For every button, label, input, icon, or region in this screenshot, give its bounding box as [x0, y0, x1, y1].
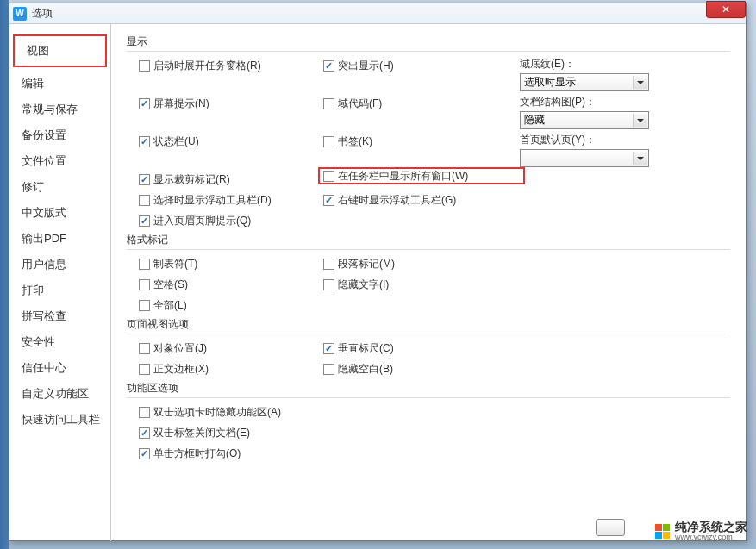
display-c2-0-checkbox[interactable]: [323, 60, 334, 72]
watermark-logo: [655, 524, 670, 539]
display-c1-4-checkbox[interactable]: [139, 195, 150, 206]
chevron-down-icon: [633, 152, 647, 165]
pageview-c1-1-checkbox[interactable]: [139, 364, 150, 375]
marks-c1-2-checkbox[interactable]: [139, 300, 150, 311]
marks-c1-2-label: 全部(L): [153, 298, 187, 313]
pageview-c2-0-label: 垂直标尺(C): [338, 341, 394, 356]
sidebar-item-8[interactable]: 用户信息: [9, 252, 110, 278]
ribbon-c1-1-label: 双击标签关闭文档(E): [153, 426, 250, 440]
sidebar-item-12[interactable]: 信任中心: [9, 355, 110, 381]
display-c2-4-checkbox[interactable]: [323, 195, 334, 206]
pageview-c2-1-label: 隐藏空白(B): [338, 362, 393, 377]
display-c1-5-checkbox[interactable]: [139, 215, 150, 227]
display-c2-3-label: 在任务栏中显示所有窗口(W): [338, 169, 468, 184]
display-c2-1-label: 域代码(F): [338, 97, 382, 111]
display-c1-3-checkbox[interactable]: [139, 174, 150, 185]
display-c2-2-checkbox[interactable]: [323, 136, 334, 147]
marks-c2-0-checkbox[interactable]: [323, 259, 334, 270]
ribbon-c1-0-label: 双击选项卡时隐藏功能区(A): [153, 405, 281, 420]
display-c1-2-checkbox[interactable]: [139, 136, 150, 147]
main-panel: 显示启动时展开任务窗格(R)突出显示(H)域底纹(E)：选取时显示屏幕提示(N)…: [111, 24, 746, 541]
sidebar-item-10[interactable]: 拼写检查: [9, 303, 110, 329]
watermark: 纯净系统之家 www.ycwjzy.com: [655, 521, 747, 542]
button-partial[interactable]: [596, 519, 625, 536]
display-c2-0-label: 突出显示(H): [338, 59, 394, 73]
ribbon-c1-2-label: 单击方框时打勾(O): [153, 446, 241, 461]
sidebar-item-5[interactable]: 修订: [9, 174, 110, 200]
display-c3-0-label: 域底纹(E)：: [520, 57, 727, 72]
section-title-display: 显示: [127, 34, 730, 52]
sidebar-item-9[interactable]: 打印: [9, 278, 110, 303]
sidebar-item-11[interactable]: 安全性: [9, 329, 110, 355]
display-c3-1-dropdown[interactable]: 隐藏: [520, 111, 649, 129]
pageview-c1-1-label: 正文边框(X): [153, 362, 209, 377]
display-c2-1-checkbox[interactable]: [323, 98, 334, 109]
pageview-c1-0-checkbox[interactable]: [139, 343, 150, 354]
marks-c1-0-label: 制表符(T): [153, 257, 197, 271]
sidebar-item-14[interactable]: 快速访问工具栏: [9, 407, 110, 433]
chevron-down-icon: [633, 114, 647, 127]
display-c3-1-label: 文档结构图(P)：: [520, 95, 727, 109]
sidebar-item-3[interactable]: 备份设置: [9, 122, 110, 148]
display-c1-4-label: 选择时显示浮动工具栏(D): [153, 193, 272, 208]
marks-c2-1-checkbox[interactable]: [323, 279, 334, 290]
display-c2-2-label: 书签(K): [338, 134, 372, 149]
close-button[interactable]: ✕: [706, 1, 746, 18]
sidebar-item-4[interactable]: 文件位置: [9, 148, 110, 174]
sidebar-item-2[interactable]: 常规与保存: [9, 97, 110, 122]
pageview-c2-0-checkbox[interactable]: [323, 343, 334, 354]
sidebar-item-1[interactable]: 编辑: [9, 71, 110, 97]
section-title-pageview: 页面视图选项: [127, 317, 730, 334]
ribbon-c1-2-checkbox[interactable]: [139, 448, 150, 459]
sidebar-item-0[interactable]: 视图: [13, 34, 107, 67]
sidebar-item-13[interactable]: 自定义功能区: [9, 381, 110, 407]
display-c1-3-label: 显示裁剪标记(R): [153, 172, 230, 187]
watermark-text: 纯净系统之家: [675, 521, 747, 533]
ribbon-c1-0-checkbox[interactable]: [139, 407, 150, 418]
display-c1-0-checkbox[interactable]: [139, 60, 150, 72]
window-title: 选项: [32, 6, 53, 21]
display-c1-2-label: 状态栏(U): [153, 134, 199, 149]
display-c1-0-label: 启动时展开任务窗格(R): [153, 59, 261, 73]
marks-c1-0-checkbox[interactable]: [139, 259, 150, 270]
section-title-marks: 格式标记: [127, 233, 730, 250]
display-c1-1-label: 屏幕提示(N): [153, 97, 209, 111]
display-c3-1-value: 隐藏: [524, 113, 545, 128]
display-c2-3-checkbox[interactable]: [323, 171, 334, 182]
sidebar: 视图编辑常规与保存备份设置文件位置修订中文版式输出PDF用户信息打印拼写检查安全…: [9, 24, 111, 541]
pageview-c2-1-checkbox[interactable]: [323, 364, 334, 375]
display-c1-5-label: 进入页眉页脚提示(Q): [153, 214, 251, 228]
display-c3-2-dropdown[interactable]: [520, 149, 649, 167]
section-title-ribbon: 功能区选项: [127, 381, 730, 398]
display-c3-0-dropdown[interactable]: 选取时显示: [520, 73, 649, 91]
sidebar-item-7[interactable]: 输出PDF: [9, 226, 110, 252]
display-c3-2-label: 首页默认页(Y)：: [520, 133, 727, 147]
watermark-url: www.ycwjzy.com: [675, 533, 747, 542]
ribbon-c1-1-checkbox[interactable]: [139, 427, 150, 439]
titlebar: W 选项 ✕: [9, 3, 746, 24]
marks-c2-0-label: 段落标记(M): [338, 257, 395, 271]
display-c3-0-value: 选取时显示: [524, 75, 576, 90]
display-c2-4-label: 右键时显示浮动工具栏(G): [338, 193, 456, 208]
options-dialog: W 选项 ✕ 视图编辑常规与保存备份设置文件位置修订中文版式输出PDF用户信息打…: [9, 3, 747, 541]
marks-c1-1-checkbox[interactable]: [139, 279, 150, 290]
sidebar-item-6[interactable]: 中文版式: [9, 200, 110, 226]
app-icon: W: [13, 7, 27, 21]
pageview-c1-0-label: 对象位置(J): [153, 341, 207, 356]
marks-c2-1-label: 隐藏文字(I): [338, 278, 389, 292]
marks-c1-1-label: 空格(S): [153, 278, 188, 292]
chevron-down-icon: [633, 76, 647, 89]
display-c1-1-checkbox[interactable]: [139, 98, 150, 109]
